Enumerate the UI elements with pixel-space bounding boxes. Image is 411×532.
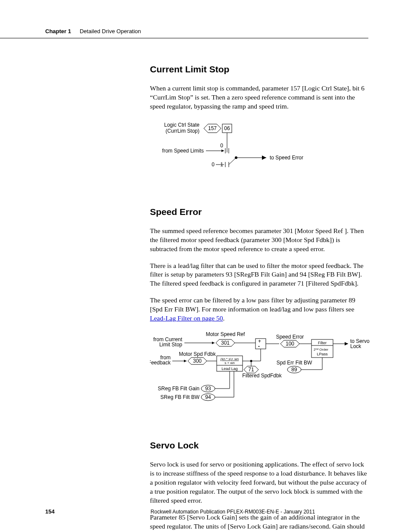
para-s2-2: There is a lead/lag filter that can be u…	[150, 261, 368, 289]
heading-current-limit-stop: Current Limit Stop	[150, 64, 368, 75]
d2-minus: -	[258, 343, 260, 349]
d2-p300: 300	[193, 358, 202, 364]
heading-servo-lock: Servo Lock	[150, 440, 368, 451]
d2-filtered-spdfdbk: Filtered SpdFdbk	[242, 373, 282, 379]
d2-filter: Filter	[318, 341, 327, 345]
chapter-label: Chapter 1	[45, 28, 71, 34]
d2-speed-error: Speed Error	[276, 334, 304, 340]
d1-p06: 06	[224, 125, 230, 131]
d2-lpass4: LPass	[317, 352, 328, 356]
d2-from-current2: Limit Stop	[159, 342, 183, 348]
d2-p301: 301	[221, 340, 230, 346]
d1-currlim-stop: (CurrLim Stop)	[165, 128, 199, 134]
para-s2-3a: The speed error can be filtered by a low…	[150, 296, 355, 313]
d2-sreg-gain: SReg FB Filt Gain	[158, 386, 199, 392]
svg-line-8	[229, 158, 236, 165]
para-s1-1: When a current limit stop is commanded, …	[150, 84, 368, 111]
d1-zero-b: 0	[212, 162, 215, 168]
d1-from-speed: from Speed Limits	[162, 148, 204, 154]
d2-to-servo2: Lock	[350, 343, 361, 349]
d2-formula2: s + wn	[224, 361, 234, 365]
diagram-speed-error: Motor Speed Ref from Current Limit Stop …	[150, 331, 370, 417]
d2-p89: 89	[291, 367, 297, 373]
svg-marker-12	[212, 342, 215, 344]
para-s2-3b: .	[223, 314, 225, 322]
page-footer: 154 Rockwell Automation Publication PFLE…	[0, 508, 411, 515]
d1-logic-ctrl-state: Logic Ctrl State	[164, 122, 199, 128]
d2-leadlag: Lead Lag	[221, 367, 238, 371]
svg-marker-18	[345, 342, 348, 345]
d2-p93: 93	[205, 386, 211, 392]
main-content: Current Limit Stop When a current limit …	[150, 38, 368, 531]
link-lead-lag-filter[interactable]: Lead-Lag Filter on page 50	[150, 314, 223, 322]
para-s2-3: The speed error can be filtered by a low…	[150, 296, 368, 323]
heading-speed-error: Speed Error	[150, 207, 368, 217]
svg-marker-4	[221, 149, 224, 152]
svg-marker-10	[262, 156, 266, 160]
d2-lpass-row: 2nd Order	[314, 348, 328, 352]
d2-motor-spd-fdbk: Motor Spd Fdbk	[179, 351, 216, 357]
d2-p71: 71	[248, 367, 254, 373]
d2-from-fdbk2: Feedback	[150, 360, 171, 366]
page-number: 154	[45, 508, 55, 515]
publication-info: Rockwell Automation Publication PFLEX-RM…	[151, 509, 315, 515]
page-header: Chapter 1 Detailed Drive Operation	[0, 0, 368, 38]
para-s3-2: Parameter 85 [Servo Lock Gain] sets the …	[150, 513, 368, 531]
chapter-title: Detailed Drive Operation	[80, 28, 141, 34]
d1-zero-a: 0	[220, 143, 223, 149]
diagram-current-limit-stop: Logic Ctrl State (CurrLim Stop) 157 06 0…	[150, 119, 344, 179]
para-s2-1: The summed speed reference becomes param…	[150, 227, 368, 254]
svg-marker-22	[184, 360, 187, 362]
d2-motor-speed-ref: Motor Speed Ref	[206, 331, 245, 337]
d1-to-speed: to Speed Error	[270, 155, 303, 161]
d1-p157: 157	[208, 125, 217, 131]
d2-sreg-bw: SReg FB Filt BW	[160, 394, 199, 400]
d2-p94: 94	[205, 394, 211, 400]
para-s3-1: Servo lock is used for servo or position…	[150, 460, 368, 505]
d2-p100: 100	[286, 341, 294, 347]
d2-spd-err-bw: Spd Err Filt BW	[277, 360, 312, 366]
d2-formula1: (kn * s)+ wn	[221, 357, 239, 361]
